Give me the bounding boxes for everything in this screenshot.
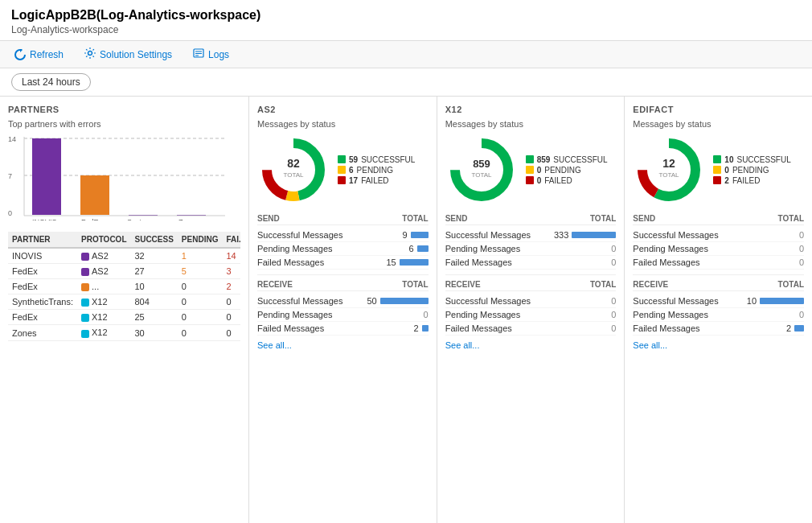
- table-row[interactable]: FedEx ... 10 0 2: [8, 279, 240, 294]
- msg-label: Failed Messages: [445, 323, 512, 333]
- edifact-receive-section: RECEIVE TOTAL Successful Messages10 Pend…: [633, 280, 804, 336]
- edifact-legend-pending: 0 PENDING: [713, 166, 790, 175]
- msg-label: Pending Messages: [257, 310, 333, 319]
- header-subtitle: Log-Analytics-workspace: [11, 24, 801, 35]
- msg-label: Failed Messages: [633, 323, 699, 333]
- successful-dot: [338, 155, 346, 163]
- cell-partner: FedEx: [8, 310, 77, 325]
- as2-send-section: SEND TOTAL Successful Messages9 Pending …: [257, 214, 429, 270]
- solution-settings-button[interactable]: Solution Settings: [81, 46, 175, 63]
- col-success: SUCCESS: [131, 232, 178, 248]
- table-row[interactable]: SyntheticTrans: X12 804 0 0: [8, 294, 240, 310]
- logs-button[interactable]: Logs: [190, 46, 232, 63]
- failed-dot: [338, 176, 346, 184]
- as2-send-header: SEND TOTAL: [257, 214, 429, 225]
- x12-legend-pending: 0 PENDING: [526, 166, 608, 175]
- msg-value: 0: [799, 257, 804, 267]
- failed-dot: [713, 176, 721, 184]
- svg-text:14: 14: [8, 135, 16, 143]
- msg-value: 15: [380, 257, 396, 267]
- cell-pending: 0: [178, 294, 223, 310]
- cell-success: 30: [131, 325, 178, 340]
- as2-title: AS2: [257, 105, 429, 114]
- edifact-donut-svg: 12 TOTAL: [633, 134, 705, 206]
- edifact-receive-header: RECEIVE TOTAL: [633, 280, 804, 291]
- x12-title: X12: [445, 105, 617, 114]
- cell-failed: 0: [222, 294, 240, 310]
- table-row[interactable]: Zones X12 30 0 0: [8, 325, 240, 340]
- svg-text:Zones: Zones: [178, 218, 199, 220]
- svg-point-25: [455, 143, 508, 196]
- msg-row: Failed Messages2: [257, 322, 429, 336]
- msg-row: Pending Messages6: [257, 242, 429, 256]
- msg-label: Successful Messages: [633, 230, 718, 240]
- successful-dot: [526, 155, 534, 163]
- as2-donut-section: 82 TOTAL 59 SUCCESSFUL 6 PENDING: [257, 134, 429, 206]
- msg-bar: [400, 259, 429, 266]
- msg-value: 0: [611, 296, 616, 306]
- as2-donut-label: Messages by status: [257, 119, 429, 129]
- msg-label: Successful Messages: [257, 230, 342, 240]
- refresh-button[interactable]: Refresh: [11, 47, 67, 62]
- msg-value: 10: [740, 296, 757, 306]
- edifact-legend-successful: 10 SUCCESSFUL: [713, 155, 790, 164]
- msg-label: Failed Messages: [257, 257, 324, 267]
- edifact-panel: EDIFACT Messages by status 12 TOTAL 10: [625, 97, 812, 523]
- msg-label: Successful Messages: [633, 296, 718, 306]
- as2-see-all[interactable]: See all...: [257, 340, 429, 350]
- table-row[interactable]: FedEx AS2 27 5 3: [8, 264, 240, 279]
- msg-row: Failed Messages0: [445, 322, 617, 336]
- cell-protocol: AS2: [77, 248, 130, 264]
- svg-rect-10: [32, 138, 61, 215]
- x12-see-all[interactable]: See all...: [445, 340, 617, 350]
- msg-label: Successful Messages: [445, 296, 531, 306]
- refresh-icon: [14, 49, 26, 60]
- svg-text:TOTAL: TOTAL: [659, 171, 680, 179]
- msg-row: Successful Messages333: [445, 229, 617, 242]
- col-partner: PARTNER: [8, 232, 77, 248]
- msg-label: Pending Messages: [445, 244, 521, 253]
- as2-receive-header: RECEIVE TOTAL: [257, 280, 429, 291]
- x12-send-header: SEND TOTAL: [445, 214, 617, 225]
- table-row[interactable]: INOVIS AS2 32 1 14: [8, 248, 240, 264]
- msg-value: 0: [799, 230, 804, 240]
- msg-row: Pending Messages0: [633, 308, 804, 322]
- x12-donut: 859 TOTAL: [445, 134, 518, 206]
- msg-value: 0: [611, 244, 616, 253]
- col-pending: PENDING: [178, 232, 223, 248]
- msg-row: Failed Messages0: [445, 256, 617, 270]
- svg-rect-11: [80, 175, 109, 215]
- msg-row: Failed Messages15: [257, 256, 429, 270]
- as2-panel: AS2 Messages by status 82 TOTAL: [249, 97, 437, 523]
- x12-receive-header: RECEIVE TOTAL: [445, 280, 617, 291]
- cell-pending: 0: [178, 279, 223, 294]
- msg-label: Pending Messages: [633, 244, 708, 253]
- chart-label: Top partners with errors: [8, 119, 240, 129]
- pending-dot: [526, 166, 534, 174]
- as2-receive-section: RECEIVE TOTAL Successful Messages50 Pend…: [257, 280, 429, 336]
- msg-value: 9: [392, 230, 408, 240]
- right-panels: AS2 Messages by status 82 TOTAL: [249, 97, 812, 523]
- cell-partner: SyntheticTrans:: [8, 294, 77, 310]
- edifact-legend: 10 SUCCESSFUL 0 PENDING 2 FAILED: [713, 155, 790, 185]
- msg-row: Successful Messages10: [633, 294, 804, 308]
- msg-value: 0: [424, 310, 429, 319]
- as2-legend-pending: 6 PENDING: [338, 166, 415, 175]
- cell-success: 10: [131, 279, 178, 294]
- successful-dot: [713, 155, 721, 163]
- x12-legend-successful: 859 SUCCESSFUL: [526, 155, 608, 164]
- table-row[interactable]: FedEx X12 25 0 0: [8, 310, 240, 325]
- edifact-see-all[interactable]: See all...: [633, 340, 804, 350]
- msg-row: Pending Messages0: [445, 242, 617, 256]
- cell-failed: 2: [222, 279, 240, 294]
- as2-donut-svg: 82 TOTAL: [257, 134, 330, 206]
- msg-row: Successful Messages50: [257, 294, 429, 308]
- main-content: PARTNERS Top partners with errors 14 7 0: [0, 97, 812, 523]
- cell-success: 25: [131, 310, 178, 325]
- time-range-filter[interactable]: Last 24 hours: [11, 73, 91, 91]
- cell-partner: FedEx: [8, 279, 77, 294]
- msg-label: Failed Messages: [445, 257, 512, 267]
- edifact-send-section: SEND TOTAL Successful Messages0Pending M…: [633, 214, 804, 270]
- cell-pending: 5: [178, 264, 223, 279]
- msg-row: Successful Messages0: [445, 294, 617, 308]
